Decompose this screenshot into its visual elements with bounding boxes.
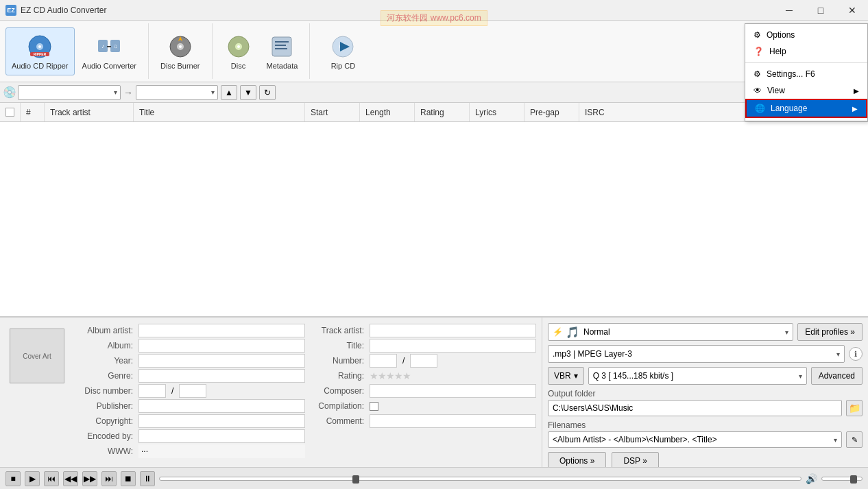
- svg-text:♪: ♪: [101, 43, 104, 49]
- source-combo-arrow-icon: ▾: [114, 88, 117, 96]
- stop2-button[interactable]: ⏹: [121, 471, 136, 486]
- stop-button[interactable]: ■: [5, 471, 21, 486]
- toolbar-group-1: RIPPER Audio CD Ripper ♪ ♫: [0, 23, 149, 79]
- prev-track-button[interactable]: ⏮: [44, 471, 59, 486]
- advanced-button[interactable]: Advanced: [811, 367, 863, 385]
- output-path-value: C:\Users\ASUS\Music: [553, 403, 633, 413]
- source-combo[interactable]: ▾: [18, 85, 121, 100]
- help-label: Help: [769, 47, 786, 56]
- rating-stars[interactable]: ★★★★★: [370, 370, 411, 381]
- dest-combo[interactable]: ▾: [136, 85, 218, 100]
- profile-combo[interactable]: ⚡ 🎵 Normal ▾: [548, 323, 793, 341]
- copyright-input[interactable]: [138, 414, 305, 428]
- seek-thumb[interactable]: [352, 475, 359, 484]
- dest-combo-arrow-icon: ▾: [211, 88, 215, 96]
- pause-button[interactable]: ⏸: [140, 471, 155, 486]
- composer-label: Composer:: [305, 386, 367, 396]
- play-button[interactable]: ▶: [25, 471, 40, 486]
- metadata-label: Metadata: [267, 62, 298, 70]
- genre-input[interactable]: [138, 369, 305, 383]
- volume-bar[interactable]: [821, 477, 863, 481]
- edit-profiles-button[interactable]: Edit profiles »: [797, 323, 863, 341]
- seek-bar[interactable]: [159, 477, 801, 481]
- header-track-artist[interactable]: Track artist: [45, 103, 134, 121]
- rip-cd-button[interactable]: Rip CD: [315, 27, 370, 75]
- right-fields-column: Track artist: Title: Number: /: [305, 323, 536, 459]
- field-album: Album:: [74, 338, 305, 353]
- publisher-label: Publisher:: [74, 401, 136, 411]
- compilation-checkbox[interactable]: [370, 402, 378, 411]
- filename-combo[interactable]: <Album Artist> - <Album>\<Number>. <Titl…: [548, 431, 842, 448]
- track-total-input[interactable]: [410, 354, 437, 368]
- field-compilation: Compilation:: [305, 398, 536, 414]
- comment-input[interactable]: [370, 414, 536, 428]
- move-up-button[interactable]: ▲: [221, 85, 237, 100]
- year-input[interactable]: [138, 354, 305, 368]
- album-artist-input[interactable]: [138, 324, 305, 337]
- header-pregap[interactable]: Pre-gap: [525, 103, 579, 121]
- disc-button[interactable]: Disc: [218, 27, 259, 75]
- select-all-checkbox[interactable]: [5, 108, 14, 117]
- menu-item-settings[interactable]: ⚙ Settings... F6: [745, 66, 867, 82]
- refresh-button[interactable]: ↻: [259, 85, 276, 100]
- options-label: Options: [767, 30, 795, 40]
- next-track-button[interactable]: ⏭: [101, 471, 117, 486]
- header-number[interactable]: #: [21, 103, 45, 121]
- edit-filename-button[interactable]: ✎: [846, 431, 863, 448]
- volume-thumb[interactable]: [850, 475, 857, 484]
- dropdown-menu: ⚙ Options ❓ Help ⚙ Settings... F6 👁 View…: [745, 23, 868, 121]
- browse-folder-button[interactable]: 📁: [846, 400, 863, 416]
- menu-item-view[interactable]: 👁 View ▶: [745, 82, 867, 99]
- rewind-button[interactable]: ◀◀: [63, 471, 78, 486]
- disc-total-input[interactable]: [179, 384, 206, 398]
- close-button[interactable]: ✕: [836, 0, 868, 21]
- header-checkbox[interactable]: [0, 103, 21, 121]
- menu-item-options[interactable]: ⚙ Options: [745, 27, 867, 43]
- publisher-input[interactable]: [138, 399, 305, 413]
- track-artist-input[interactable]: [370, 324, 536, 337]
- disc-burner-button[interactable]: Disc Burner: [154, 27, 206, 75]
- encoded-by-input[interactable]: [138, 429, 305, 443]
- audio-converter-button[interactable]: ♪ ♫ Audio Converter: [76, 27, 143, 75]
- composer-input[interactable]: [370, 384, 536, 398]
- vbr-button[interactable]: VBR ▾: [548, 367, 584, 385]
- disc-number-input[interactable]: [138, 384, 166, 398]
- maximize-button[interactable]: □: [805, 0, 836, 21]
- encoded-by-label: Encoded by:: [74, 431, 136, 441]
- header-lyrics[interactable]: Lyrics: [470, 103, 525, 121]
- meta-inner: Cover Art Album artist: Album:: [5, 323, 536, 459]
- minimize-button[interactable]: ─: [773, 0, 805, 21]
- field-publisher: Publisher:: [74, 398, 305, 414]
- rip-cd-icon: [329, 33, 357, 60]
- menu-item-language[interactable]: 🌐 Language ▶: [745, 99, 867, 118]
- move-down-button[interactable]: ▼: [240, 85, 256, 100]
- format-info-icon[interactable]: ℹ: [849, 347, 863, 361]
- header-length[interactable]: Length: [360, 103, 415, 121]
- metadata-button[interactable]: Metadata: [261, 27, 304, 75]
- audio-cd-ripper-button[interactable]: RIPPER Audio CD Ripper: [5, 27, 75, 75]
- menu-item-help[interactable]: ❓ Help: [745, 43, 867, 60]
- format-combo[interactable]: .mp3 | MPEG Layer-3 ▾: [548, 345, 845, 363]
- profile-icon: ⚡: [553, 327, 563, 337]
- title-input[interactable]: [370, 339, 536, 353]
- header-rating[interactable]: Rating: [415, 103, 470, 121]
- table-header: # Track artist Title Start Length Rating: [0, 103, 868, 122]
- field-composer: Composer:: [305, 383, 536, 398]
- fast-forward-button[interactable]: ▶▶: [82, 471, 97, 486]
- title-bar: EZ EZ CD Audio Converter ─ □ ✕: [0, 0, 868, 21]
- quality-combo[interactable]: Q 3 [ 145...185 kbit/s ] ▾: [588, 367, 807, 385]
- field-comment: Comment:: [305, 414, 536, 429]
- quality-combo-arrow-icon: ▾: [799, 372, 802, 380]
- options-icon: ⚙: [754, 30, 761, 40]
- number-separator: /: [400, 356, 407, 366]
- number-label: Number:: [305, 356, 367, 366]
- audio-converter-label: Audio Converter: [82, 62, 137, 70]
- track-number-input[interactable]: [370, 354, 397, 368]
- quality-row: VBR ▾ Q 3 [ 145...185 kbit/s ] ▾ Advance…: [548, 367, 863, 385]
- album-input[interactable]: [138, 339, 305, 353]
- header-start[interactable]: Start: [305, 103, 360, 121]
- header-title[interactable]: Title: [134, 103, 305, 121]
- metadata-panel: Cover Art Album artist: Album:: [0, 318, 542, 467]
- quality-value: Q 3 [ 145...185 kbit/s ]: [593, 371, 673, 381]
- cover-art-area[interactable]: Cover Art: [10, 329, 64, 383]
